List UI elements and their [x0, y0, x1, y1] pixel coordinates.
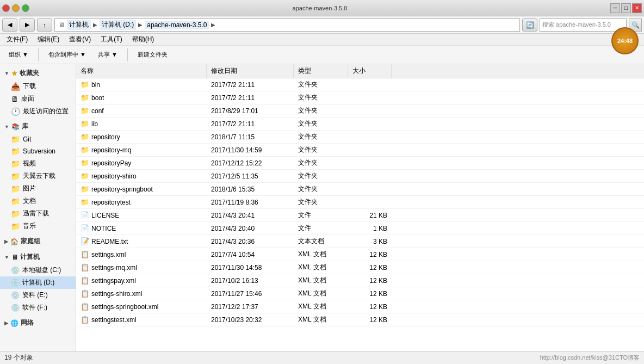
file-date-cell: 2017/10/23 20:32	[207, 313, 294, 326]
table-row[interactable]: 📋settingstest.xml2017/10/23 20:32XML 文档1…	[76, 313, 644, 326]
title-close-btn[interactable]: ✕	[632, 3, 642, 13]
table-row[interactable]: 📁repositorytest2017/11/19 8:36文件夹	[76, 196, 644, 209]
menu-view[interactable]: 查看(V)	[65, 34, 95, 45]
maximize-btn[interactable]	[22, 4, 29, 12]
sidebar-header-network[interactable]: ▶ 🌐 网络	[0, 316, 76, 330]
col-size[interactable]: 大小	[348, 64, 392, 78]
forward-btn[interactable]: ▶	[20, 18, 35, 32]
table-row[interactable]: 📋settingspay.xml2017/10/2 16:13XML 文档12 …	[76, 274, 644, 287]
table-row[interactable]: 📁lib2017/7/2 21:11文件夹	[76, 118, 644, 131]
table-row[interactable]: 📋settings-mq.xml2017/11/30 14:58XML 文档12…	[76, 261, 644, 274]
library-arrow: ▼	[4, 124, 9, 129]
sidebar-item-pictures[interactable]: 📁 图片	[0, 182, 76, 195]
path-drive[interactable]: 计算机 (D:)	[100, 20, 136, 30]
back-btn[interactable]: ◀	[2, 18, 17, 32]
sidebar-item-documents[interactable]: 📁 文档	[0, 195, 76, 207]
close-btn[interactable]	[2, 4, 10, 12]
sidebar-item-subversion[interactable]: 📁 Subversion	[0, 145, 76, 157]
table-row[interactable]: 📁repository-mq2017/11/30 14:59文件夹	[76, 144, 644, 157]
sidebar-item-drive-d[interactable]: 💿 计算机 (D:)	[0, 276, 76, 289]
table-row[interactable]: 📋settings-springboot.xml2017/12/2 17:37X…	[76, 300, 644, 313]
table-row[interactable]: 📁repository-springboot2018/1/6 15:35文件夹	[76, 183, 644, 196]
table-row[interactable]: 📋settings.xml2017/7/4 10:54XML 文档12 KB	[76, 248, 644, 261]
share-btn[interactable]: 共享 ▼	[94, 50, 122, 60]
sidebar-item-video[interactable]: 📁 视频	[0, 157, 76, 170]
table-row[interactable]: 📁repository2018/1/7 11:15文件夹	[76, 131, 644, 144]
sidebar-item-downloads[interactable]: 📥 下载	[0, 80, 76, 92]
minimize-btn[interactable]	[12, 4, 20, 12]
git-label: Git	[23, 135, 31, 143]
include-library-btn[interactable]: 包含到库中 ▼	[44, 50, 90, 60]
sidebar-header-computer[interactable]: ▼ 🖥 计算机	[0, 250, 76, 264]
file-type-cell: XML 文档	[294, 274, 348, 287]
sidebar-item-cloud[interactable]: 📁 天翼云下载	[0, 170, 76, 182]
sidebar-item-music[interactable]: 📁 音乐	[0, 220, 76, 232]
drive-e-icon: 💿	[11, 291, 20, 299]
table-row[interactable]: 📁repository-shiro2017/12/5 11:35文件夹	[76, 170, 644, 183]
file-type-cell: 文件夹	[294, 170, 348, 182]
organize-btn[interactable]: 组织 ▼	[4, 50, 33, 60]
file-name: repository-mq	[91, 146, 131, 154]
menu-help[interactable]: 帮助(H)	[128, 34, 159, 45]
table-row[interactable]: 📁conf2017/8/29 17:01文件夹	[76, 104, 644, 118]
menu-tools[interactable]: 工具(T)	[96, 34, 126, 45]
sidebar-item-drive-c[interactable]: 💿 本地磁盘 (C:)	[0, 264, 76, 276]
file-name-cell: 📄NOTICE	[76, 222, 207, 235]
file-name: conf	[91, 107, 104, 115]
sidebar-item-thunder[interactable]: 📁 迅雷下载	[0, 207, 76, 220]
sidebar-item-desktop[interactable]: 🖥 桌面	[0, 92, 76, 105]
sidebar-header-homegroup[interactable]: ▶ 🏠 家庭组	[0, 235, 76, 248]
sidebar-item-git[interactable]: 📁 Git	[0, 133, 76, 145]
col-name[interactable]: 名称	[76, 64, 207, 78]
sidebar-section-computer: ▼ 🖥 计算机 💿 本地磁盘 (C:) 💿 计算机 (D:) 💿 资料 (E:)…	[0, 250, 76, 314]
file-type-cell: 文件夹	[294, 183, 348, 195]
sidebar-header-favorites[interactable]: ▼ ★ 收藏夹	[0, 66, 76, 80]
refresh-btn[interactable]: 🔄	[522, 18, 537, 32]
file-icon: 📄	[81, 224, 89, 232]
file-name: bin	[91, 81, 100, 89]
table-row[interactable]: 📁boot2017/7/2 21:11文件夹	[76, 91, 644, 104]
menu-file[interactable]: 文件(F)	[2, 34, 32, 45]
sidebar-item-drive-f[interactable]: 💿 软件 (F:)	[0, 301, 76, 314]
address-path[interactable]: 🖥 计算机 ▶ 计算机 (D:) ▶ apache-maven-3.5.0 ▶	[54, 18, 520, 32]
col-date[interactable]: 修改日期	[207, 64, 294, 78]
status-count: 19 个对象	[4, 353, 33, 362]
path-computer[interactable]: 计算机	[67, 20, 91, 30]
file-size-cell: 12 KB	[348, 261, 392, 274]
file-name: README.txt	[91, 238, 128, 245]
table-row[interactable]: 📋settings-shiro.xml2017/11/27 15:46XML 文…	[76, 287, 644, 300]
toolbar-sep-2	[127, 48, 128, 61]
file-icon: 📋	[81, 289, 89, 298]
sidebar-header-library[interactable]: ▼ 📚 库	[0, 120, 76, 133]
file-name: settings-mq.xml	[91, 264, 137, 272]
file-icon: 📋	[81, 316, 89, 324]
table-row[interactable]: 📁repositoryPay2017/12/12 15:22文件夹	[76, 157, 644, 170]
title-restore-btn[interactable]: □	[621, 3, 631, 13]
table-row[interactable]: 📝README.txt2017/4/3 20:36文本文档3 KB	[76, 235, 644, 248]
file-type-cell: XML 文档	[294, 248, 348, 261]
address-bar: ◀ ▶ ↑ 🖥 计算机 ▶ 计算机 (D:) ▶ apache-maven-3.…	[0, 16, 644, 34]
documents-icon: 📁	[11, 197, 20, 206]
network-arrow: ▶	[4, 320, 8, 326]
table-row[interactable]: 📄LICENSE2017/4/3 20:41文件21 KB	[76, 209, 644, 222]
title-bar-controls: ─ □ ✕	[610, 3, 642, 13]
table-row[interactable]: 📁bin2017/7/2 21:11文件夹	[76, 78, 644, 91]
file-date-cell: 2017/11/30 14:59	[207, 144, 294, 156]
file-icon: 📋	[81, 276, 89, 285]
computer-icon: 🖥	[11, 254, 18, 261]
new-folder-btn[interactable]: 新建文件夹	[133, 50, 172, 60]
main-layout: ▼ ★ 收藏夹 📥 下载 🖥 桌面 🕐 最近访问的位置 ▼ 📚 库	[0, 64, 644, 351]
sidebar-item-drive-e[interactable]: 💿 资料 (E:)	[0, 289, 76, 301]
col-type[interactable]: 类型	[294, 64, 348, 78]
search-box[interactable]: 搜索 apache-maven-3.5.0	[540, 18, 627, 32]
file-date-cell: 2017/12/5 11:35	[207, 170, 294, 182]
title-minimize-btn[interactable]: ─	[610, 3, 620, 13]
file-date-cell: 2017/11/19 8:36	[207, 196, 294, 208]
table-row[interactable]: 📄NOTICE2017/4/3 20:40文件1 KB	[76, 222, 644, 235]
sidebar-item-recent[interactable]: 🕐 最近访问的位置	[0, 105, 76, 118]
path-folder[interactable]: apache-maven-3.5.0	[145, 21, 209, 29]
menu-edit[interactable]: 编辑(E)	[33, 34, 64, 45]
file-list-header: 名称 修改日期 类型 大小	[76, 64, 644, 78]
file-date-cell: 2017/8/29 17:01	[207, 104, 294, 117]
up-btn[interactable]: ↑	[37, 18, 52, 32]
